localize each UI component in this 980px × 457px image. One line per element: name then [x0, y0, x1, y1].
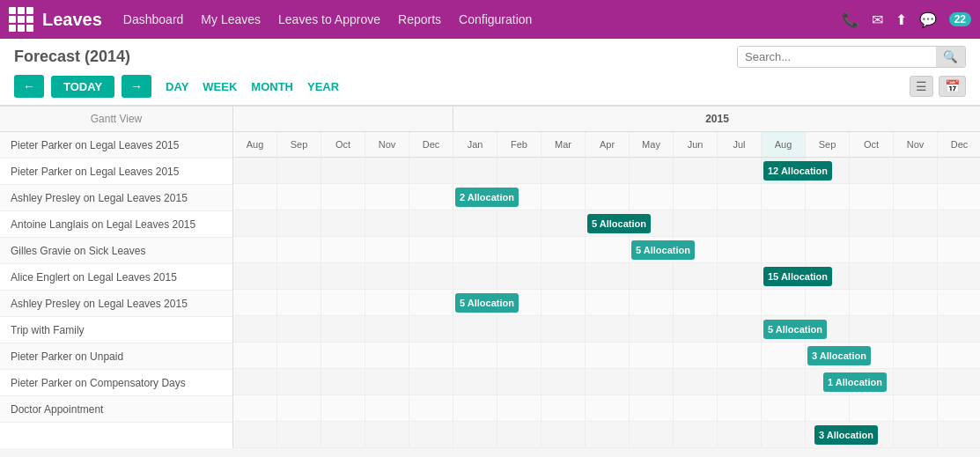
gantt-data-row-1: 2 Allocation — [233, 184, 980, 210]
gantt-data-row-9 — [233, 395, 980, 422]
month-may: May — [630, 132, 674, 157]
month-jun: Jun — [674, 132, 718, 157]
gantt-row: Pieter Parker on Unpaid — [0, 343, 232, 370]
month-dec-prev: Dec — [409, 132, 453, 157]
gantt-data-row-0: 12 Allocation — [233, 158, 980, 184]
gantt-left: Gantt View Pieter Parker on Legal Leaves… — [0, 106, 233, 448]
gantt-row: Antoine Langlais on Legal Leaves 2015 — [0, 211, 232, 238]
month-jul: Jul — [718, 132, 762, 157]
row-label-3: Antoine Langlais on Legal Leaves 2015 — [11, 218, 195, 231]
gantt-row: Pieter Parker on Legal Leaves 2015 — [0, 132, 232, 158]
gantt-data-row-5: 5 Allocation — [233, 290, 980, 316]
search-input[interactable] — [738, 47, 936, 67]
today-button[interactable]: TODAY — [51, 76, 114, 98]
month-headers: Aug Sep Oct Nov Dec Jan Feb Mar Apr May … — [233, 132, 980, 158]
month-apr: Apr — [586, 132, 630, 157]
notification-badge[interactable]: 22 — [949, 12, 971, 26]
row-label-5: Alice Englert on Legal Leaves 2015 — [11, 271, 177, 284]
view-day[interactable]: DAY — [166, 78, 188, 95]
gantt-data-row-8: 1 Allocation — [233, 369, 980, 395]
gantt-wrapper: Gantt View Pieter Parker on Legal Leaves… — [0, 106, 980, 448]
row-label-2: Ashley Presley on Legal Leaves 2015 — [11, 192, 188, 204]
month-feb: Feb — [497, 132, 542, 157]
month-nov-prev: Nov — [365, 132, 409, 157]
navbar: Leaves Dashboard My Leaves Leaves to App… — [0, 0, 980, 39]
row-label-10: Doctor Appointment — [11, 403, 103, 416]
gantt-row: Pieter Parker on Compensatory Days — [0, 370, 232, 396]
chat-icon[interactable]: 💬 — [919, 11, 937, 28]
gantt-data-row-2: 5 Allocation — [233, 210, 980, 237]
prev-button[interactable]: ← — [14, 75, 44, 98]
page-title: Forecast (2014) — [14, 48, 130, 66]
month-oct-prev: Oct — [321, 132, 365, 157]
main-content: Gantt View Pieter Parker on Legal Leaves… — [0, 106, 980, 448]
calendar-controls: ← TODAY → DAY WEEK MONTH YEAR ☰ 📅 — [14, 75, 966, 105]
allocation-chip-0[interactable]: 12 Allocation — [763, 161, 832, 181]
allocation-chip-4[interactable]: 15 Allocation — [763, 267, 832, 286]
month-aug-prev: Aug — [233, 132, 277, 157]
gantt-row: Pieter Parker on Legal Leaves 2015 — [0, 158, 232, 185]
gantt-row: Doctor Appointment — [0, 396, 232, 423]
gantt-row: Ashley Presley on Legal Leaves 2015 — [0, 185, 232, 211]
nav-leaves-to-approve[interactable]: Leaves to Approve — [278, 12, 380, 26]
next-button[interactable]: → — [122, 75, 151, 98]
gantt-row: Ashley Presley on Legal Leaves 2015 — [0, 291, 232, 317]
allocation-chip-5[interactable]: 5 Allocation — [455, 293, 519, 313]
month-mar: Mar — [542, 132, 586, 157]
gantt-view-label: Gantt View — [0, 106, 232, 132]
subheader: Forecast (2014) 🔍 ← TODAY → DAY WEEK MON… — [0, 39, 980, 106]
search-box: 🔍 — [737, 46, 966, 68]
row-label-1: Pieter Parker on Legal Leaves 2015 — [11, 166, 179, 178]
year-2015-label: 2015 — [453, 107, 980, 131]
gantt-data-row-3: 5 Allocation — [233, 237, 980, 263]
view-week[interactable]: WEEK — [203, 78, 237, 95]
phone-icon[interactable]: 📞 — [842, 11, 859, 28]
row-label-8: Pieter Parker on Unpaid — [11, 350, 123, 363]
row-label-9: Pieter Parker on Compensatory Days — [11, 377, 186, 389]
month-oct: Oct — [850, 132, 894, 157]
allocation-chip-6[interactable]: 5 Allocation — [763, 320, 827, 339]
allocation-chip-7[interactable]: 3 Allocation — [807, 346, 871, 365]
month-sep-prev: Sep — [277, 132, 321, 157]
month-jan: Jan — [453, 132, 497, 157]
row-label-6: Ashley Presley on Legal Leaves 2015 — [11, 298, 188, 310]
gantt-right: 2015 Aug Sep Oct Nov Dec Jan Feb Mar Apr… — [233, 106, 980, 448]
nav-reports[interactable]: Reports — [398, 12, 441, 26]
month-dec: Dec — [938, 132, 980, 157]
allocation-chip-1[interactable]: 2 Allocation — [455, 188, 519, 207]
view-buttons: DAY WEEK MONTH YEAR — [166, 78, 339, 95]
gantt-row: Gilles Gravie on Sick Leaves — [0, 238, 232, 264]
allocation-chip-10[interactable]: 3 Allocation — [814, 425, 878, 445]
app-logo: Leaves — [42, 10, 102, 30]
list-view-button[interactable]: ☰ — [910, 76, 933, 97]
month-aug: Aug — [762, 132, 806, 157]
gantt-data-row-6: 5 Allocation — [233, 316, 980, 343]
row-label-4: Gilles Gravie on Sick Leaves — [11, 245, 145, 257]
view-icons: ☰ 📅 — [910, 76, 966, 97]
view-year[interactable]: YEAR — [307, 78, 339, 95]
nav-dashboard[interactable]: Dashboard — [123, 12, 184, 26]
gantt-row: Trip with Family — [0, 317, 232, 343]
grid-icon[interactable] — [9, 7, 33, 32]
allocation-chip-8[interactable]: 1 Allocation — [823, 372, 887, 392]
month-sep: Sep — [806, 132, 850, 157]
login-icon[interactable]: ⬆ — [895, 11, 907, 28]
allocation-chip-2[interactable]: 5 Allocation — [587, 214, 651, 233]
calendar-view-button[interactable]: 📅 — [939, 76, 966, 97]
gantt-data-row-10: 3 Allocation — [233, 422, 980, 448]
month-nov: Nov — [894, 132, 938, 157]
mail-icon[interactable]: ✉ — [872, 11, 883, 28]
allocation-chip-3[interactable]: 5 Allocation — [631, 240, 695, 260]
view-month[interactable]: MONTH — [251, 78, 293, 95]
nav-my-leaves[interactable]: My Leaves — [201, 12, 261, 26]
subheader-top: Forecast (2014) 🔍 — [14, 46, 966, 75]
search-button[interactable]: 🔍 — [936, 47, 965, 67]
gantt-data-row-7: 3 Allocation — [233, 343, 980, 369]
gantt-row: Alice Englert on Legal Leaves 2015 — [0, 264, 232, 291]
gantt-data-row-4: 15 Allocation — [233, 263, 980, 290]
main-nav: Dashboard My Leaves Leaves to Approve Re… — [123, 12, 842, 26]
row-label-0: Pieter Parker on Legal Leaves 2015 — [11, 139, 179, 151]
row-label-7: Trip with Family — [11, 324, 85, 336]
navbar-actions: 📞 ✉ ⬆ 💬 22 — [842, 11, 971, 28]
nav-configuration[interactable]: Configuration — [459, 12, 532, 26]
